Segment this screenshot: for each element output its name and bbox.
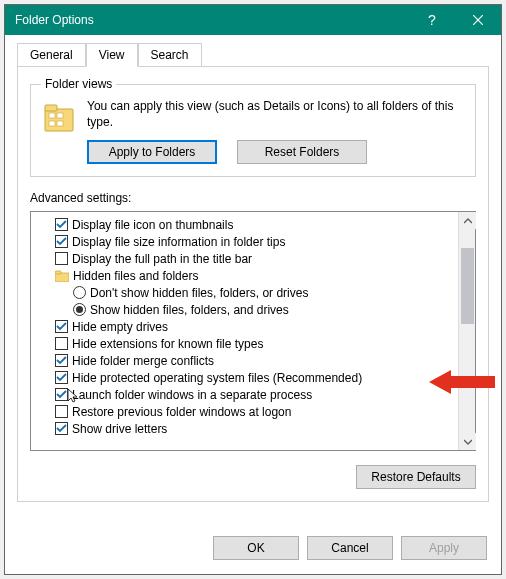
svg-rect-9 xyxy=(55,271,61,274)
list-item-label: Display the full path in the title bar xyxy=(72,252,252,266)
window-frame: Folder Options ? General View Search Fol… xyxy=(4,4,502,575)
scrollbar[interactable] xyxy=(458,212,475,450)
list-item[interactable]: Display file icon on thumbnails xyxy=(37,216,458,233)
tab-strip: General View Search xyxy=(17,43,489,67)
list-item[interactable]: Hide protected operating system files (R… xyxy=(37,369,458,386)
folder-views-legend: Folder views xyxy=(41,77,116,91)
checkbox[interactable] xyxy=(55,252,68,265)
radio[interactable] xyxy=(73,286,86,299)
list-item[interactable]: Show drive letters xyxy=(37,420,458,437)
list-item-label: Hidden files and folders xyxy=(73,269,198,283)
scroll-up-button[interactable] xyxy=(459,212,476,229)
list-item[interactable]: Display the full path in the title bar xyxy=(37,250,458,267)
tab-search[interactable]: Search xyxy=(138,43,202,67)
list-item[interactable]: Don't show hidden files, folders, or dri… xyxy=(37,284,458,301)
list-item[interactable]: Hide extensions for known file types xyxy=(37,335,458,352)
tab-general[interactable]: General xyxy=(17,43,86,67)
advanced-settings-label: Advanced settings: xyxy=(30,191,476,205)
checkbox[interactable] xyxy=(55,218,68,231)
checkbox[interactable] xyxy=(55,235,68,248)
cancel-button[interactable]: Cancel xyxy=(307,536,393,560)
folder-icon xyxy=(55,270,69,282)
content-area: General View Search Folder views xyxy=(5,35,501,526)
svg-rect-7 xyxy=(57,121,63,126)
svg-rect-5 xyxy=(57,113,63,118)
radio[interactable] xyxy=(73,303,86,316)
list-item[interactable]: Hide folder merge conflicts xyxy=(37,352,458,369)
titlebar: Folder Options ? xyxy=(5,5,501,35)
advanced-settings-list[interactable]: Display file icon on thumbnailsDisplay f… xyxy=(30,211,476,451)
folder-views-icon xyxy=(41,99,77,141)
reset-folders-button[interactable]: Reset Folders xyxy=(237,140,367,164)
window-title: Folder Options xyxy=(15,13,409,27)
scrollbar-thumb[interactable] xyxy=(461,248,474,324)
list-item[interactable]: Show hidden files, folders, and drives xyxy=(37,301,458,318)
list-item-label: Show drive letters xyxy=(72,422,167,436)
checkbox[interactable] xyxy=(55,422,68,435)
chevron-down-icon xyxy=(464,439,472,445)
svg-rect-3 xyxy=(45,105,57,111)
list-item-label: Launch folder windows in a separate proc… xyxy=(72,388,312,402)
tab-view[interactable]: View xyxy=(86,43,138,67)
list-item-label: Hide protected operating system files (R… xyxy=(72,371,362,385)
list-item-label: Display file size information in folder … xyxy=(72,235,285,249)
restore-defaults-button[interactable]: Restore Defaults xyxy=(356,465,476,489)
list-item-label: Hide extensions for known file types xyxy=(72,337,263,351)
dialog-footer: OK Cancel Apply xyxy=(5,526,501,574)
list-item-label: Show hidden files, folders, and drives xyxy=(90,303,289,317)
advanced-settings-scroll[interactable]: Display file icon on thumbnailsDisplay f… xyxy=(31,212,458,450)
list-item-label: Don't show hidden files, folders, or dri… xyxy=(90,286,308,300)
checkbox[interactable] xyxy=(55,405,68,418)
list-item-label: Hide empty drives xyxy=(72,320,168,334)
folder-views-description: You can apply this view (such as Details… xyxy=(87,99,465,130)
folder-views-group: Folder views You can apply thi xyxy=(30,77,476,177)
checkbox[interactable] xyxy=(55,371,68,384)
checkbox[interactable] xyxy=(55,320,68,333)
svg-rect-2 xyxy=(45,109,73,131)
help-button[interactable]: ? xyxy=(409,5,455,35)
checkbox[interactable] xyxy=(55,354,68,367)
checkbox[interactable] xyxy=(55,337,68,350)
list-item[interactable]: Display file size information in folder … xyxy=(37,233,458,250)
list-item: Hidden files and folders xyxy=(37,267,458,284)
list-item-label: Hide folder merge conflicts xyxy=(72,354,214,368)
svg-rect-4 xyxy=(49,113,55,118)
close-icon xyxy=(473,15,483,25)
apply-to-folders-button[interactable]: Apply to Folders xyxy=(87,140,217,164)
checkbox[interactable] xyxy=(55,388,68,401)
close-button[interactable] xyxy=(455,5,501,35)
list-item[interactable]: Hide empty drives xyxy=(37,318,458,335)
list-item[interactable]: Launch folder windows in a separate proc… xyxy=(37,386,458,403)
list-item-label: Restore previous folder windows at logon xyxy=(72,405,291,419)
apply-button[interactable]: Apply xyxy=(401,536,487,560)
chevron-up-icon xyxy=(464,218,472,224)
svg-rect-6 xyxy=(49,121,55,126)
ok-button[interactable]: OK xyxy=(213,536,299,560)
list-item-label: Display file icon on thumbnails xyxy=(72,218,233,232)
list-item[interactable]: Restore previous folder windows at logon xyxy=(37,403,458,420)
scroll-down-button[interactable] xyxy=(459,433,476,450)
tab-page-view: Folder views You can apply thi xyxy=(17,66,489,502)
